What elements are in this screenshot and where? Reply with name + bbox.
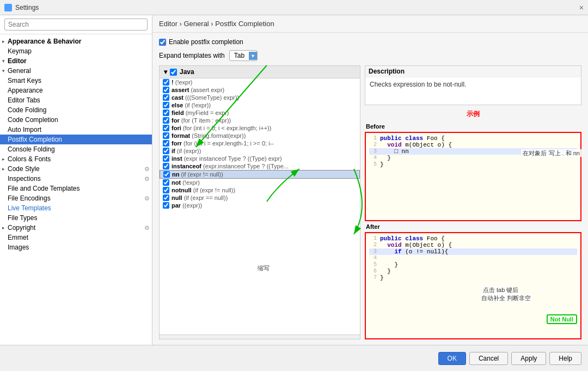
sidebar-item-images[interactable]: Images xyxy=(0,242,152,252)
sidebar-item-colors-fonts[interactable]: ▸ Colors & Fonts xyxy=(0,154,152,164)
gear-icon: ⚙ xyxy=(144,195,150,202)
code-line-2: 2 void m(Object o) { xyxy=(369,142,577,148)
template-item-fori[interactable]: fori (for (int i = 0; i < expr.length; i… xyxy=(160,124,360,132)
sidebar-item-console-folding[interactable]: Console Folding xyxy=(0,144,152,154)
sidebar-item-appearance-behavior[interactable]: ▸ Appearance & Behavior xyxy=(0,37,152,46)
sidebar-item-label: Emmet xyxy=(8,234,28,241)
sidebar-item-file-code-templates[interactable]: File and Code Templates xyxy=(0,184,152,193)
item-checkbox[interactable] xyxy=(163,155,169,162)
sidebar-item-code-folding[interactable]: Code Folding xyxy=(0,105,152,115)
template-item-instanceof[interactable]: instanceof (expr.instanceof Type ? ((Typ… xyxy=(160,162,360,170)
sidebar-item-editor-tabs[interactable]: Editor Tabs xyxy=(0,95,152,105)
sidebar-item-file-encodings[interactable]: File Encodings ⚙ xyxy=(0,193,152,203)
item-checkbox[interactable] xyxy=(163,140,169,147)
item-checkbox[interactable] xyxy=(163,94,169,101)
java-header: ▾ Java xyxy=(160,66,360,78)
sidebar-item-code-style[interactable]: ▸ Code Style ⚙ xyxy=(0,164,152,174)
after-label: After xyxy=(365,223,581,230)
sidebar-item-file-types[interactable]: File Types xyxy=(0,213,152,223)
search-input[interactable] xyxy=(4,19,148,31)
template-item-not[interactable]: not (!expr) xyxy=(160,179,360,186)
java-checkbox[interactable] xyxy=(170,69,177,76)
template-item-null[interactable]: null (if (expr == null)) xyxy=(160,194,360,202)
item-checkbox[interactable] xyxy=(163,132,169,139)
sidebar-item-emmet[interactable]: Emmet xyxy=(0,233,152,242)
template-item-else[interactable]: else (if (!expr)) xyxy=(160,101,360,109)
template-item-format[interactable]: format (String.format(expr)) xyxy=(160,132,360,139)
item-checkbox[interactable] xyxy=(163,125,169,131)
template-item-field[interactable]: field (myField = expr) xyxy=(160,109,360,117)
close-button[interactable]: × xyxy=(579,3,584,12)
item-checkbox[interactable] xyxy=(163,110,169,116)
template-list-body: ! (!expr) assert (assert expr) cast (((S… xyxy=(160,78,360,334)
sidebar-item-smart-keys[interactable]: Smart Keys xyxy=(0,76,152,86)
template-item-assert[interactable]: assert (assert expr) xyxy=(160,86,360,94)
sidebar-item-label: Auto Import xyxy=(8,126,41,133)
sidebar-item-label: Appearance xyxy=(8,87,43,94)
template-item-excl[interactable]: ! (!expr) xyxy=(160,78,360,86)
sidebar-item-keymap[interactable]: Keymap xyxy=(0,46,152,56)
bottom-bar: OK Cancel Apply Help xyxy=(0,345,588,371)
ok-button[interactable]: OK xyxy=(438,352,466,365)
sidebar-item-live-templates[interactable]: Live Templates xyxy=(0,203,152,213)
sidebar-item-label: File Types xyxy=(8,214,37,222)
after-code-line-7: 7 } xyxy=(369,275,577,281)
apply-button[interactable]: Apply xyxy=(511,352,546,365)
code-line-1: 1 public class Foo { xyxy=(369,135,577,142)
item-checkbox[interactable] xyxy=(163,202,169,209)
dropdown-arrow[interactable]: ▾ xyxy=(249,52,257,60)
expand-arrow: ▸ xyxy=(2,156,8,162)
sidebar-item-label: Keymap xyxy=(8,47,32,55)
template-item-par[interactable]: par ((expr)) xyxy=(160,202,360,209)
java-label: Java xyxy=(180,68,194,76)
item-checkbox[interactable] xyxy=(163,179,169,186)
template-item-inst[interactable]: inst (expr instanceof Type ? ((Type) exp… xyxy=(160,155,360,162)
before-code-body: 1 public class Foo { 2 void m(Object o) … xyxy=(366,133,580,220)
sidebar-item-auto-import[interactable]: Auto Import xyxy=(0,125,152,135)
template-item-forr[interactable]: forr (for (int i = expr.length-1; i >= 0… xyxy=(160,139,360,147)
sidebar-item-label: Smart Keys xyxy=(8,77,41,84)
after-code-line-3: 3 if (o != null){ xyxy=(369,248,577,255)
template-item-nn[interactable]: nn (if (expr != null)) xyxy=(160,170,360,179)
sidebar-item-code-completion[interactable]: Code Completion xyxy=(0,115,152,125)
help-button[interactable]: Help xyxy=(549,352,581,365)
template-item-if[interactable]: if (if (expr)) xyxy=(160,147,360,155)
sidebar-item-general[interactable]: ▾ General xyxy=(0,66,152,76)
item-checkbox[interactable] xyxy=(163,194,169,201)
enable-label: Enable postfix completion xyxy=(169,38,243,46)
after-code-line-4: 4 xyxy=(369,255,577,261)
tab-dropdown[interactable]: Tab ▾ xyxy=(229,50,258,61)
item-checkbox[interactable] xyxy=(163,148,169,154)
item-checkbox[interactable] xyxy=(163,117,169,124)
code-line-5: 5 } xyxy=(369,161,577,168)
sidebar-item-copyright[interactable]: ▸ Copyright ⚙ xyxy=(0,223,152,233)
sidebar-item-inspections[interactable]: Inspections ⚙ xyxy=(0,174,152,184)
cancel-button[interactable]: Cancel xyxy=(469,352,508,365)
template-item-notnull[interactable]: notnull (if (expr != null)) xyxy=(160,186,360,194)
item-checkbox[interactable] xyxy=(163,102,169,108)
sidebar-item-label: File and Code Templates xyxy=(8,185,80,192)
enable-checkbox[interactable] xyxy=(159,39,166,46)
sidebar-item-editor[interactable]: ▾ Editor xyxy=(0,56,152,66)
list-scrollbar[interactable] xyxy=(160,334,360,339)
enable-checkbox-label[interactable]: Enable postfix completion xyxy=(159,38,243,46)
tree-container: ▸ Appearance & Behavior Keymap ▾ Editor … xyxy=(0,34,152,345)
after-code-line-5: 5 } xyxy=(369,261,577,268)
sidebar-item-appearance[interactable]: Appearance xyxy=(0,86,152,95)
template-item-cast[interactable]: cast (((SomeType) expr)) xyxy=(160,94,360,101)
item-checkbox[interactable] xyxy=(163,187,169,193)
item-checkbox[interactable] xyxy=(163,163,169,169)
item-checkbox[interactable] xyxy=(163,171,170,178)
expand-arrow: ▸ xyxy=(2,225,8,230)
gear-icon: ⚙ xyxy=(144,166,150,173)
title-text: Settings xyxy=(15,4,39,11)
sidebar-item-label: Console Folding xyxy=(8,145,55,153)
after-code-line-6: 6 } xyxy=(369,268,577,275)
template-item-for[interactable]: for (for (T item : expr)) xyxy=(160,117,360,124)
code-line-4: 4 } xyxy=(369,155,577,161)
content-area: Enable postfix completion Expand templat… xyxy=(152,33,588,345)
item-checkbox[interactable] xyxy=(163,79,169,86)
right-panel: Description Checks expression to be not-… xyxy=(365,65,581,339)
item-checkbox[interactable] xyxy=(163,87,169,93)
sidebar-item-postfix-completion[interactable]: Postfix Completion xyxy=(0,135,152,144)
